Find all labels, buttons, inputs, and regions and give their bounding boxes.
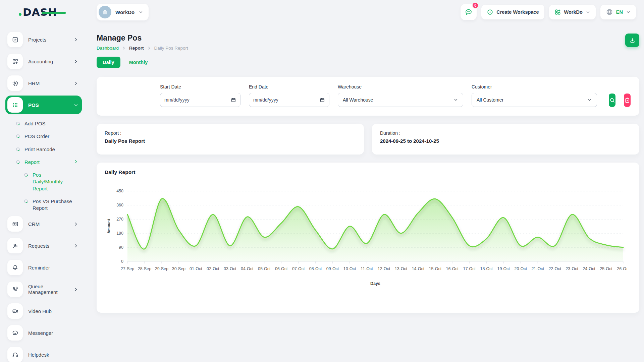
x-tick-label: 28-Sep — [138, 266, 151, 271]
sidebar-subitem-pos-order[interactable]: POS Order — [5, 130, 82, 143]
tab-daily[interactable]: Daily — [97, 57, 120, 68]
x-tick-label: 29-Sep — [155, 266, 168, 271]
sidebar-item-projects[interactable]: Projects — [5, 30, 82, 49]
customer-select[interactable]: All Customer — [472, 93, 597, 107]
download-icon — [629, 37, 636, 44]
daily-report-card: Daily Report 09018027036045027-Sep28-Sep… — [97, 163, 639, 313]
x-tick-label: 18-Oct — [480, 266, 493, 271]
calendar-icon[interactable] — [320, 97, 325, 103]
reset-filter-button[interactable] — [624, 94, 631, 107]
breadcrumb: Dashboard Report Daily Pos Report — [97, 46, 188, 51]
chevron-down-icon — [586, 10, 590, 14]
x-tick-label: 14-Oct — [412, 266, 425, 271]
x-tick-label: 09-Oct — [326, 266, 339, 271]
filter-card: Start Date mm/dd/yyyy End Date mm/dd/yyy… — [97, 77, 639, 116]
create-workspace-label: Create Workspace — [496, 9, 539, 15]
sidebar-item-hrm[interactable]: HRM — [5, 74, 82, 93]
sidebar-subitem-pos-daily-monthly-report[interactable]: Pos Daily/Monthly Report — [5, 169, 82, 195]
y-tick-label: 450 — [116, 189, 123, 193]
x-tick-label: 26-Oct — [617, 266, 627, 271]
report-value: Daily Pos Report — [105, 138, 356, 144]
sidebar-subitem-print-barcode[interactable]: Print Barcode — [5, 143, 82, 156]
x-tick-label: 03-Oct — [224, 266, 236, 271]
headphones-icon — [12, 351, 19, 358]
chevron-down-icon — [626, 10, 631, 14]
search-icon — [609, 97, 615, 103]
breadcrumb-dashboard[interactable]: Dashboard — [97, 46, 119, 51]
sidebar-item-helpdesk[interactable]: Helpdesk — [5, 345, 82, 362]
y-tick-label: 360 — [116, 203, 123, 207]
end-date-label: End Date — [249, 84, 329, 89]
duration-label: Duration : — [380, 130, 631, 136]
chevron-right-icon — [73, 159, 78, 164]
x-tick-label: 16-Oct — [446, 266, 459, 271]
start-date-input[interactable]: mm/dd/yyyy — [160, 93, 240, 107]
main-content: Manage Pos Dashboard Report Daily Pos Re… — [87, 24, 644, 362]
y-tick-label: 180 — [116, 231, 123, 236]
grid-plus-icon — [12, 58, 19, 65]
grid-plus-icon — [554, 9, 561, 15]
globe-icon — [606, 8, 613, 16]
x-tick-label: 20-Oct — [514, 266, 527, 271]
workspace-name: WorkDo — [115, 9, 135, 15]
sidebar-subitem-pos-vs-purchase-report[interactable]: Pos VS Purchase Report — [5, 195, 82, 215]
x-axis-title: Days — [370, 281, 380, 286]
page-title: Manage Pos — [97, 34, 188, 43]
messages-button[interactable]: 0 — [461, 4, 477, 20]
sidebar-item-reminder[interactable]: Reminder — [5, 258, 82, 277]
sidebar-item-video-hub[interactable]: Video Hub — [5, 302, 82, 320]
building-icon — [102, 9, 108, 15]
sidebar-item-queue-management[interactable]: Queue Management — [5, 280, 82, 299]
workdo-menu-button[interactable]: WorkDo — [549, 5, 596, 19]
bullet-icon — [23, 199, 29, 204]
messages-badge: 0 — [472, 2, 479, 9]
customer-label: Customer — [472, 84, 597, 89]
x-tick-label: 22-Oct — [548, 266, 561, 271]
x-tick-label: 27-Sep — [121, 266, 134, 271]
x-tick-label: 25-Oct — [600, 266, 612, 271]
create-workspace-button[interactable]: Create Workspace — [481, 5, 544, 19]
logo[interactable]: DASH — [0, 6, 87, 18]
language-selector[interactable]: EN — [600, 5, 636, 19]
daily-report-area-chart[interactable]: 09018027036045027-Sep28-Sep29-Sep30-Sep0… — [105, 186, 627, 293]
grid-dots-icon — [12, 102, 19, 109]
sidebar-item-crm[interactable]: CRM — [5, 215, 82, 233]
chat-bubble-icon — [465, 8, 473, 16]
report-period-tabs: Daily Monthly — [97, 57, 639, 68]
chevron-right-icon — [73, 59, 78, 64]
warehouse-select[interactable]: All Warehouse — [338, 93, 463, 107]
user-plus-icon — [12, 242, 19, 249]
x-tick-label: 24-Oct — [583, 266, 595, 271]
x-tick-label: 15-Oct — [429, 266, 442, 271]
calendar-icon[interactable] — [231, 97, 236, 103]
chevron-down-icon — [453, 98, 458, 102]
sidebar-subitem-report[interactable]: Report — [5, 156, 82, 169]
x-tick-label: 17-Oct — [463, 266, 476, 271]
workspace-selector[interactable]: WorkDo — [97, 4, 149, 20]
search-button[interactable] — [609, 94, 615, 107]
breadcrumb-current: Daily Pos Report — [154, 46, 188, 51]
tab-monthly[interactable]: Monthly — [129, 60, 148, 65]
download-button[interactable] — [625, 34, 639, 47]
end-date-input[interactable]: mm/dd/yyyy — [249, 93, 329, 107]
x-tick-label: 21-Oct — [531, 266, 544, 271]
bullet-icon — [15, 146, 20, 152]
sidebar-subitem-add-pos[interactable]: Add POS — [5, 117, 82, 130]
sidebar-item-requests[interactable]: Requests — [5, 236, 82, 255]
chevron-right-icon — [73, 222, 78, 227]
breadcrumb-report[interactable]: Report — [129, 46, 144, 51]
duration-summary-card: Duration : 2024-09-25 to 2024-10-25 — [372, 124, 639, 155]
x-tick-label: 19-Oct — [497, 266, 510, 271]
sidebar-item-messenger[interactable]: Messenger — [5, 323, 82, 342]
plus-circle-icon — [487, 9, 493, 15]
sidebar-item-accounting[interactable]: Accounting — [5, 52, 82, 71]
bullet-icon — [23, 172, 29, 177]
sidebar-item-pos[interactable]: POS — [5, 96, 82, 114]
video-camera-icon — [12, 308, 19, 315]
x-tick-label: 30-Sep — [172, 266, 185, 271]
x-tick-label: 08-Oct — [309, 266, 322, 271]
y-tick-label: 90 — [119, 245, 123, 250]
top-bar: DASH WorkDo 0 — [0, 0, 644, 24]
bullet-icon — [15, 121, 20, 126]
report-summary-card: Report : Daily Pos Report — [97, 124, 364, 155]
